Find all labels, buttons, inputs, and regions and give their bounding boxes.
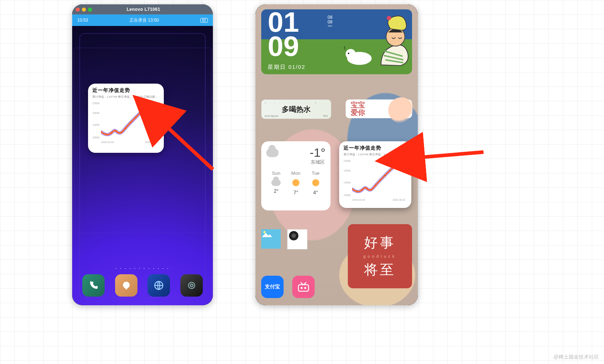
widget-subtitle: 累计净值：1.07744 单位净值：1.07773 日账品额： [343,152,407,156]
window-title: Lenovo L71061 [94,7,193,12]
weather-widget[interactable]: -1° 东城区 Sun2° Mon7° Tue4° [261,141,331,210]
status-bar: 10:53 正在录音 13:50 82 [72,14,213,26]
battery-icon: 82 [200,18,208,23]
line-chart-icon [352,159,407,198]
svg-point-10 [150,105,152,107]
svg-point-0 [101,131,102,133]
dock [72,269,213,302]
alipay-app-icon[interactable]: 支付宝 [261,276,284,298]
widget-subtitle: 累计净值：1.07744 单位净值：1.07773 日账品额： [92,95,159,99]
svg-point-39 [292,234,296,238]
svg-point-22 [387,16,391,20]
cloud-icon [266,148,279,157]
line-chart-icon [101,101,159,141]
status-recording: 正在录音 13:50 [88,17,200,23]
dock: 支付宝 [261,276,315,298]
clock-mini: 08 08 sec [328,15,332,28]
svg-point-13 [123,282,130,289]
annotation-arrow-left [155,115,220,177]
svg-point-41 [301,288,302,289]
sun-gradient-icon [388,97,414,123]
sun-icon [311,178,320,187]
svg-point-42 [305,288,306,289]
finance-widget[interactable]: 近一年净值走势 累计净值：1.07744 单位净值：1.07773 日账品额： … [339,141,411,208]
messages-app-icon[interactable] [115,274,137,297]
baby-love-sticker[interactable]: 宝宝 爱你 [346,99,412,118]
svg-point-4 [120,132,122,134]
svg-point-25 [361,189,363,191]
drink-water-sticker[interactable]: + · · · · · · · · · · + 多喝热水 cool layout… [261,99,331,119]
gallery-app-icon[interactable] [261,229,281,249]
annotation-arrow-right [408,141,487,169]
svg-point-37 [263,231,266,233]
calendar-widget[interactable]: 01 09 08 08 sec 星期日 01/02 [261,9,412,74]
svg-point-24 [356,190,358,192]
svg-point-9 [145,107,147,109]
widget-chart: 22008 19608 14008 10008 2020-03-03 2020-… [343,159,407,198]
sun-icon [291,178,301,187]
widget-title: 近一年净值走势 [343,145,407,151]
svg-point-28 [375,185,377,187]
emulator-titlebar: Lenovo L71061 [72,4,213,14]
svg-point-20 [348,53,349,54]
svg-point-6 [130,121,132,124]
svg-point-3 [115,130,117,132]
svg-point-19 [346,49,356,59]
big-date: 01 09 [268,10,299,58]
svg-point-7 [135,116,137,119]
widget-title: 近一年净值走势 [92,87,159,94]
weekday-label: 星期日 01/02 [268,64,306,71]
browser-app-icon[interactable] [148,274,170,297]
finance-widget[interactable]: 近一年净值走势 累计净值：1.07744 单位净值：1.07773 日账品额： … [88,84,164,153]
svg-point-8 [140,111,142,114]
current-temp: -1° [310,146,325,160]
svg-rect-40 [298,285,308,291]
svg-point-29 [379,179,381,181]
mid-icon-row [261,229,307,249]
svg-point-33 [398,163,401,165]
svg-point-11 [154,107,156,109]
shinchan-illustration-icon [338,11,410,72]
svg-point-31 [389,169,391,172]
svg-point-32 [394,165,396,168]
bilibili-app-icon[interactable] [292,276,315,298]
cloud-icon [271,179,281,186]
phone-app-icon[interactable] [82,274,105,297]
status-time: 10:53 [77,18,88,23]
svg-line-17 [162,122,213,169]
maximize-icon[interactable] [88,8,92,12]
phone-screen-right: 01 09 08 08 sec 星期日 01/02 [255,4,418,305]
svg-point-1 [105,133,107,136]
svg-point-5 [124,127,127,129]
camera-lens-icon[interactable] [287,229,307,249]
widget-chart: 22008 19608 14008 10008 2020-03-03 2020-… [92,101,159,141]
watermark: @稀土掘金技术社区 [553,354,599,360]
svg-point-30 [384,174,386,177]
svg-point-2 [110,132,112,134]
svg-point-34 [403,165,405,168]
svg-line-43 [414,152,483,158]
svg-point-27 [370,189,372,191]
svg-point-16 [190,284,193,287]
svg-point-12 [158,111,159,113]
camera-app-icon[interactable] [180,274,203,297]
svg-point-26 [366,187,368,190]
minimize-icon[interactable] [82,8,86,12]
phone-frame-right: 01 09 08 08 sec 星期日 01/02 [255,4,418,305]
goodluck-card[interactable]: 好事 goodluck 将至 [348,224,412,288]
close-icon[interactable] [76,8,80,12]
weather-location: 东城区 [266,159,325,165]
